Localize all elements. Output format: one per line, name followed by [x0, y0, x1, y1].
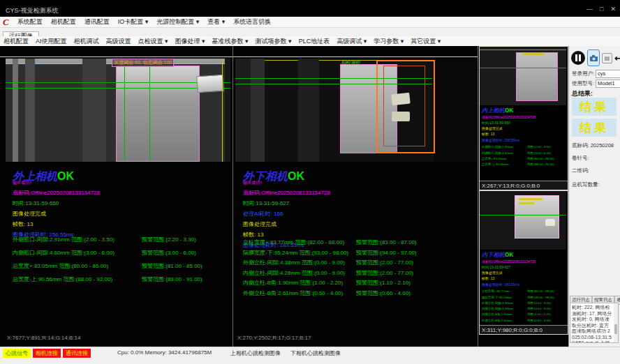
camera-button[interactable] [587, 50, 600, 66]
toolbar: 相机配置AI使用配置相机调试高级设置点检设置 ▾图像处理 ▾基准线参数 ▾测试项… [0, 36, 620, 47]
status-badge: 通讯连接 [63, 349, 91, 358]
log-scrollbar[interactable] [614, 303, 618, 342]
window-title: CYS-视觉检测系统 [6, 6, 59, 15]
toolbar-item[interactable]: AI使用配置 [32, 37, 71, 46]
toolbar-item[interactable]: PLC地址表 [295, 37, 334, 46]
status-badge: 心跳信号 [3, 349, 31, 358]
time-line: 时间:13-31-59-627 [243, 199, 466, 207]
pause-button[interactable] [571, 51, 585, 65]
title-bar: CYS-视觉检测系统 — □ ✕ [0, 0, 620, 17]
toolbar-item[interactable]: 其它设置 ▾ [407, 37, 444, 46]
lower-camera-heartbeat-link[interactable]: 下相机心跳检测图像 [290, 349, 341, 357]
measurement-value: 外侧立柱-间隙:4.38mm 范围:(0.00 - 9.00) [243, 259, 356, 266]
image-artifact [434, 59, 477, 162]
toolbar-item[interactable]: 高级调试 ▾ [333, 37, 370, 46]
camera-icon [590, 55, 598, 61]
menu-item[interactable]: IO卡配置 ▾ [114, 17, 153, 26]
app-logo-icon: C [3, 17, 9, 28]
menu-item[interactable]: 系统配置 [13, 17, 47, 26]
menu-item[interactable]: 系统语言切换 [229, 17, 275, 26]
toolbar-item[interactable]: 相机调试 [71, 37, 103, 46]
part-roi [516, 52, 558, 101]
image-artifact [225, 59, 230, 162]
needle-label: 卷针号: [572, 155, 589, 162]
mini-image [480, 191, 566, 250]
toolbar-item[interactable]: 相机配置 [0, 37, 32, 46]
menu-item[interactable]: 相机配置 [47, 17, 80, 26]
menu-item[interactable]: 通讯配置 [80, 17, 114, 26]
upper-camera-heartbeat-link[interactable]: 上相机心跳检测图像 [230, 349, 281, 357]
camera-view-outer-upper[interactable]: 灰度阈值:93, 动态阈值:100 [6, 59, 230, 162]
minimize-button[interactable]: — [586, 6, 593, 13]
measurement-row: 内侧豁口-间隙:4.60mm 范围:(3.00 - 6.00) 预警范围:(3.… [13, 249, 202, 257]
camera-view-outer-lower[interactable]: AI检测框 [235, 59, 477, 162]
menu-item[interactable]: 查看 ▾ [203, 17, 229, 26]
measurement-row: 外侧立柱-间隙:4.38mm 范围:(0.00 - 9.00) 预警范围:(2.… [243, 259, 417, 266]
undo-arrow-icon: ↩ [614, 53, 620, 63]
result-block-outer-lower: 外下相机OK 输出成功!! 底标码:Offline202502081331347… [243, 172, 466, 249]
toolbar-item[interactable]: 基准线参数 ▾ [209, 37, 252, 46]
log-text: 耗时: 222, 网络检测耗时: 17, 网络分发耗时: 0, 网络读取分区耗时… [570, 303, 618, 343]
login-user-field[interactable]: cys [596, 70, 620, 78]
connector-part [196, 75, 224, 93]
mini-info-line: 时间:13-31-59-627 [482, 265, 566, 270]
cursor-coord-inner-upper: X:267;Y:13;R:0;G:0;B:0 [480, 181, 568, 190]
qr-label: 二维码: [572, 167, 589, 174]
measurement-value: 总宽度-上:90.56mm 范围:(88.00 - 92.00) [13, 275, 142, 283]
measurement-value: 内侧立柱-B角:1.90mm 范围:(1.00 - 2.20) [243, 279, 356, 287]
model-field[interactable]: Model1 [596, 79, 620, 88]
log-box: 耗时: 222, 网络检测耗时: 17, 网络分发耗时: 0, 网络读取分区耗时… [570, 303, 619, 343]
result-ok: OK [57, 170, 74, 182]
camera-view-inner-upper[interactable]: 内上相机OK 底标码:Offline20250208133134728时间:13… [479, 46, 568, 190]
camera-title: 内上相机OK [482, 107, 566, 114]
image-icon: ▤ [605, 55, 610, 61]
measurement-row: 内侧立柱-B角:1.90mm 范围:(1.00 - 2.20) 预警范围:(1.… [243, 279, 417, 287]
camera-view-inner-lower[interactable]: 内下相机OK 底标码:Offline20250208133134728时间:13… [479, 190, 568, 335]
count-label: 总机写数量: [572, 181, 600, 188]
measure-line [235, 84, 432, 84]
measurement-row: 立柱宽度+:83.77mm 范围:(82.00 - 88.00) [482, 289, 566, 294]
measurement-value: 外侧立柱-B角:2.61mm 范围:(0.60 - 4.00) [243, 289, 356, 297]
mini-info-line: 底标码:Offline20250208133134728 [482, 259, 566, 264]
scrollbar-thumb[interactable] [614, 324, 617, 334]
measurement-value: 立柱宽度+:83.77mm 范围:(82.00 - 88.00) [243, 238, 356, 246]
menu-item[interactable]: 光源控制配置 ▾ [152, 17, 203, 26]
menu-bar: C 系统配置相机配置通讯配置IO卡配置 ▾光源控制配置 ▾查看 ▾系统语言切换 [0, 17, 620, 28]
warning-range: 预警范围:(3.00 - 6.00) [142, 249, 196, 257]
frames-line: 帧数: 13 [243, 231, 466, 238]
status-badge: 相机连接 [33, 349, 61, 358]
measure-line [235, 78, 432, 79]
measurement-row: 总宽度-上:90.56mm 范围:(88.00 - 92.00) 预警范围:(8… [13, 275, 202, 283]
image-artifact [298, 59, 319, 162]
measurement-rows: 立柱宽度+:83.77mm 范围:(82.00 - 88.00) 预警范围:(8… [243, 238, 417, 299]
snapshot-button[interactable]: ▤ [602, 53, 612, 63]
measurement-row: 内侧立柱-B角:1.90mm 范围:(1.00 - 2.20) [482, 312, 566, 317]
part-roi [116, 66, 200, 162]
undo-button[interactable]: ↩ [614, 54, 620, 63]
toolbar-item[interactable]: 图像处理 ▾ [172, 37, 209, 46]
measure-line [480, 215, 566, 215]
measurement-row: 隔膜宽度-下:95.24mm 范围:(93.00 - 98.00) [482, 295, 566, 299]
close-button[interactable]: ✕ [610, 6, 616, 13]
toolbar-item[interactable]: 学习参数 ▾ [370, 37, 407, 46]
cursor-coord-inner-lower: X:311;Y:980;R:0;G:0;B:0 [480, 325, 568, 334]
cursor-coord-left: X:7677;Y:891;R:14;G:14;B:14 [7, 335, 80, 341]
warning-range: 预警范围:(83.00 - 87.00) [356, 238, 417, 246]
measurement-row: 外侧立柱-间隙:4.38mm 范围:(0.00 - 9.00) [482, 301, 566, 305]
toolbar-item[interactable]: 测试项参数 ▾ [252, 37, 295, 46]
camera-title: 内下相机OK [482, 251, 566, 258]
bright-part [545, 219, 555, 226]
overlay-text-mark [519, 198, 542, 200]
baseline-yellow [480, 50, 566, 50]
measurement-value: 总宽度+:83.05mm 范围:(80.00 - 86.00) [13, 262, 142, 270]
toolbar-item[interactable]: 高级设置 [103, 37, 135, 46]
toolbar-item[interactable]: 点检设置 ▾ [135, 37, 172, 46]
result-block-outer-upper: 外上相机OK 输出成功!! 底标码:Offline202502081331347… [13, 172, 236, 238]
result-box-upper: 结果 [572, 98, 617, 116]
maximize-button[interactable]: □ [600, 6, 603, 13]
image-artifact [235, 59, 251, 162]
frames-line: 帧数: 13 [13, 220, 236, 228]
measurement-value: 隔膜宽度-下:95.24mm 范围:(93.00 - 98.00) [243, 249, 356, 257]
measure-line [124, 66, 125, 160]
image-artifact [13, 59, 18, 162]
